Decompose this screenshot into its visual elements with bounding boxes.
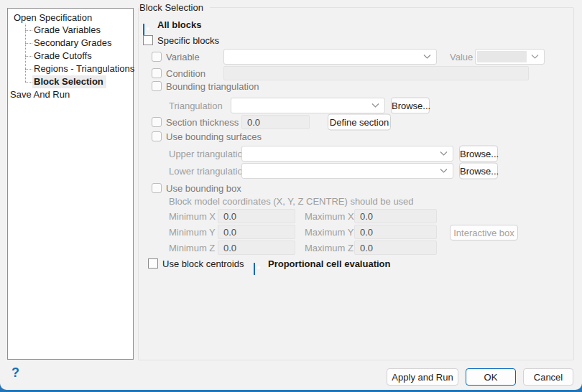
upper-triangulation-row: Upper triangulation Browse... <box>139 145 573 162</box>
apply-and-run-button[interactable]: Apply and Run <box>387 368 458 386</box>
use-bounding-surfaces-checkbox[interactable] <box>152 131 162 141</box>
tree-item-secondary-grades[interactable]: Secondary Grades <box>34 37 111 49</box>
upper-browse-button[interactable]: Browse... <box>459 146 498 162</box>
triangulation-browse-button[interactable]: Browse... <box>391 98 430 114</box>
group-title: Block Selection <box>139 1 210 14</box>
use-block-centroids-label: Use block centroids <box>162 258 244 269</box>
upper-triangulation-dropdown[interactable] <box>241 146 453 162</box>
specific-blocks-radio[interactable] <box>143 35 153 45</box>
lower-triangulation-row: Lower triangulation Browse... <box>139 162 573 179</box>
section-thickness-label: Section thickness <box>166 117 239 128</box>
chevron-down-icon <box>531 55 539 60</box>
lower-triangulation-label: Lower triangulation <box>169 166 248 177</box>
triangulation-dropdown[interactable] <box>231 98 385 113</box>
min-y-label: Minimum Y <box>169 227 216 238</box>
chevron-down-icon <box>371 103 379 108</box>
specification-tree: Open Specification Grade Variables Secon… <box>7 8 134 360</box>
lower-browse-button[interactable]: Browse... <box>459 163 498 179</box>
bounding-triangulation-label: Bounding triangulation <box>166 81 259 92</box>
variable-dropdown[interactable] <box>223 49 437 65</box>
help-icon[interactable]: ? <box>11 365 19 381</box>
proportional-cell-evaluation-radio[interactable] <box>254 263 255 275</box>
chevron-down-icon <box>440 169 448 174</box>
value-dropdown[interactable] <box>475 49 545 65</box>
section-thickness-checkbox[interactable] <box>152 117 162 127</box>
max-x-input[interactable] <box>354 209 437 223</box>
variable-checkbox[interactable] <box>152 52 162 62</box>
tree-item-save-and-run[interactable]: Save And Run <box>10 88 70 101</box>
chevron-down-icon <box>423 55 431 60</box>
variable-row: Variable Value <box>139 48 573 65</box>
disabled-field-fill <box>477 51 527 62</box>
condition-checkbox[interactable] <box>152 68 162 78</box>
lower-triangulation-dropdown[interactable] <box>241 163 453 179</box>
section-thickness-input[interactable] <box>241 115 310 129</box>
coords-note: Block model coordinates (X, Y, Z CENTRE)… <box>169 196 414 207</box>
triangulation-row: Triangulation Browse... <box>139 97 573 114</box>
tree-item-regions-triangulations[interactable]: Regions - Triangulations <box>34 62 134 75</box>
min-x-input[interactable] <box>218 209 295 223</box>
proportional-cell-evaluation-label: Proportional cell evaluation <box>268 258 390 269</box>
min-z-input[interactable] <box>218 241 295 255</box>
tree-item-block-selection[interactable]: Block Selection <box>34 75 106 88</box>
all-blocks-row: All blocks <box>139 16 573 33</box>
use-bounding-surfaces-row: Use bounding surfaces <box>139 128 573 145</box>
max-y-label: Maximum Y <box>305 227 354 238</box>
min-y-input[interactable] <box>218 225 295 239</box>
variable-label: Variable <box>166 52 200 62</box>
bounds-x-row: Minimum X Maximum X <box>139 207 573 225</box>
tree-connector-line <box>25 24 26 82</box>
block-selection-group: Block Selection All blocks Specific bloc… <box>138 7 574 360</box>
use-bounding-surfaces-label: Use bounding surfaces <box>166 131 262 142</box>
use-bounding-box-checkbox[interactable] <box>152 183 162 193</box>
cancel-button[interactable]: Cancel <box>523 368 573 386</box>
tree-item-open-specification[interactable]: Open Specification <box>14 11 92 24</box>
interactive-box-button[interactable]: Interactive box <box>450 225 518 241</box>
chevron-down-icon <box>440 151 448 157</box>
all-blocks-label: All blocks <box>157 19 201 30</box>
value-label: Value <box>450 52 473 62</box>
bounds-z-row: Minimum Z Maximum Z <box>139 239 573 256</box>
max-z-input[interactable] <box>354 241 437 255</box>
triangulation-label: Triangulation <box>169 101 223 111</box>
bounding-triangulation-row: Bounding triangulation <box>139 78 573 95</box>
bounding-triangulation-checkbox[interactable] <box>152 81 162 91</box>
min-x-label: Minimum X <box>169 211 216 222</box>
max-x-label: Maximum X <box>305 211 354 222</box>
ok-button[interactable]: OK <box>466 368 516 386</box>
block-selection-dialog: Open Specification Grade Variables Secon… <box>0 0 582 390</box>
specific-blocks-label: Specific blocks <box>157 35 219 46</box>
max-y-input[interactable] <box>354 225 437 239</box>
tree-item-grade-cutoffs[interactable]: Grade Cutoffs <box>34 50 92 62</box>
specific-blocks-row: Specific blocks <box>139 32 573 49</box>
min-z-label: Minimum Z <box>169 243 215 253</box>
upper-triangulation-label: Upper triangulation <box>169 149 248 159</box>
max-z-label: Maximum Z <box>305 243 354 253</box>
evaluation-mode-row: Use block centroids Proportional cell ev… <box>139 255 573 272</box>
tree-item-grade-variables[interactable]: Grade Variables <box>34 24 101 36</box>
use-block-centroids-radio[interactable] <box>148 258 158 269</box>
